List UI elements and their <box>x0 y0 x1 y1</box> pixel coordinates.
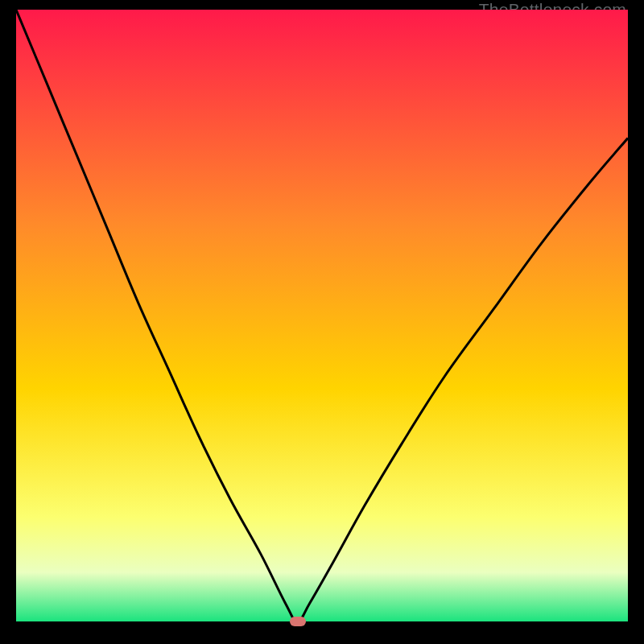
optimal-point-marker <box>290 617 306 626</box>
bottleneck-curve <box>16 10 628 621</box>
plot-area <box>16 10 628 621</box>
chart-container: TheBottleneck.com <box>0 0 644 644</box>
curve-layer <box>16 10 628 621</box>
